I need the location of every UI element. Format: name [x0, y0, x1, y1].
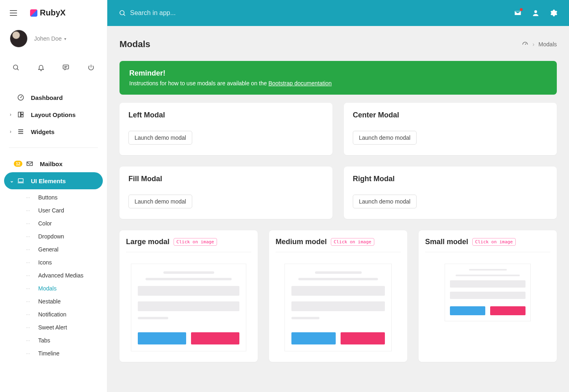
medium-modal-preview[interactable]: [284, 264, 392, 351]
envelope-icon: [26, 160, 33, 167]
topbar: [107, 0, 569, 26]
avatar[interactable]: [10, 30, 28, 48]
subnav-general[interactable]: ···General: [4, 243, 103, 256]
user-icon: [532, 9, 540, 17]
reminder-alert: Reminder! Instructions for how to use mo…: [119, 61, 557, 95]
svg-rect-5: [18, 112, 20, 117]
launch-center-modal-button[interactable]: Launch demo modal: [353, 131, 417, 145]
menu-toggle-button[interactable]: [10, 10, 17, 16]
subnav-color[interactable]: ···Color: [4, 217, 103, 230]
layout-icon: [17, 111, 24, 118]
sidebar-chat-button[interactable]: [58, 60, 74, 75]
breadcrumb-home[interactable]: [522, 41, 528, 48]
launch-left-modal-button[interactable]: Launch demo modal: [128, 131, 192, 145]
svg-point-0: [13, 65, 18, 69]
topbar-mail-button[interactable]: [514, 9, 522, 17]
power-icon: [87, 64, 95, 71]
preview-secondary-button: [191, 332, 239, 344]
sidebar-power-button[interactable]: [83, 60, 99, 75]
card-title: Center Modal: [353, 111, 548, 119]
global-search[interactable]: [119, 9, 514, 17]
subnav-dropdown[interactable]: ···Dropdown: [4, 230, 103, 243]
svg-rect-6: [21, 112, 23, 114]
card-left-modal: Left Modal Launch demo modal: [119, 103, 332, 155]
profile-menu[interactable]: Johen Doe ▾: [34, 35, 66, 42]
subnav-nestable[interactable]: ···Nestable: [4, 295, 103, 308]
dashboard-icon: [17, 94, 24, 101]
svg-line-1: [17, 69, 18, 70]
search-icon: [119, 9, 126, 17]
sidebar-search-button[interactable]: [8, 60, 24, 75]
nav-layout-options[interactable]: › Layout Options: [4, 106, 103, 123]
svg-rect-7: [21, 115, 23, 117]
chevron-right-icon: ›: [10, 112, 11, 117]
topbar-settings-button[interactable]: [549, 9, 558, 17]
nav-dashboard[interactable]: Dashboard: [4, 89, 103, 106]
topbar-user-button[interactable]: [532, 9, 540, 17]
nav-widgets-label: Widgets: [31, 128, 54, 135]
search-icon: [12, 64, 20, 71]
svg-line-13: [124, 14, 125, 15]
nav-ui-elements[interactable]: ⌄ UI Elements: [4, 172, 103, 189]
notification-dot-icon: [520, 8, 523, 11]
subnav-sweet-alert[interactable]: ···Sweet Alert: [4, 321, 103, 334]
card-title: Medium model: [276, 238, 327, 246]
breadcrumb-separator: ›: [532, 41, 534, 48]
nav-dashboard-label: Dashboard: [31, 94, 63, 101]
widgets-icon: [17, 128, 24, 135]
logo-icon: [30, 9, 37, 17]
subnav-tabs[interactable]: ···Tabs: [4, 334, 103, 347]
card-medium-modal: Medium model Click on image: [269, 230, 407, 362]
nav-mailbox[interactable]: 12 Mailbox: [4, 155, 103, 172]
small-modal-preview[interactable]: [445, 264, 531, 321]
subnav-icons[interactable]: ···Icons: [4, 256, 103, 269]
search-input[interactable]: [130, 9, 244, 17]
caret-down-icon: ▾: [64, 37, 66, 41]
alert-text: Instructions for how to use modals are a…: [129, 80, 268, 87]
card-large-modal: Large modal Click on image: [119, 230, 258, 362]
sidebar-nav: Dashboard › Layout Options › Widgets 12: [0, 89, 107, 362]
alert-doc-link[interactable]: Bootstrap documentation: [268, 80, 332, 87]
nav-layout-options-label: Layout Options: [31, 111, 76, 118]
preview-secondary-button: [341, 332, 385, 344]
breadcrumb: › Modals: [522, 41, 557, 48]
brand-logo[interactable]: RubyX: [30, 8, 65, 17]
subnav-modals[interactable]: ···Modals: [4, 282, 103, 295]
sidebar-notifications-button[interactable]: [33, 60, 49, 75]
sidebar: RubyX Johen Doe ▾: [0, 0, 107, 392]
alert-title: Reminder!: [129, 69, 547, 78]
laptop-icon: [17, 177, 24, 184]
mailbox-badge: 12: [14, 161, 22, 167]
profile-name-label: Johen Doe: [34, 35, 62, 42]
subnav-notification[interactable]: ···Notification: [4, 308, 103, 321]
click-hint-chip: Click on image: [331, 238, 374, 246]
preview-primary-button: [450, 306, 485, 315]
card-center-modal: Center Modal Launch demo modal: [344, 103, 557, 155]
preview-primary-button: [291, 332, 336, 344]
bell-icon: [37, 64, 45, 71]
nav-widgets[interactable]: › Widgets: [4, 123, 103, 140]
chat-icon: [62, 64, 69, 71]
svg-rect-11: [18, 179, 23, 182]
subnav-buttons[interactable]: ···Buttons: [4, 191, 103, 204]
ui-elements-subnav: ···Buttons ···User Card ···Color ···Drop…: [4, 189, 103, 362]
card-title: Small model: [425, 238, 468, 246]
subnav-advanced-medias[interactable]: ···Advanced Medias: [4, 269, 103, 282]
gear-icon: [549, 9, 558, 17]
card-right-modal: Right Modal Launch demo modal: [344, 167, 557, 219]
card-title: Large modal: [126, 238, 169, 246]
subnav-user-card[interactable]: ···User Card: [4, 204, 103, 217]
large-modal-preview[interactable]: [131, 264, 246, 351]
card-small-modal: Small model Click on image: [419, 230, 557, 362]
preview-secondary-button: [490, 306, 526, 315]
card-title: Fill Modal: [128, 175, 324, 183]
breadcrumb-current: Modals: [539, 41, 557, 48]
chevron-down-icon: ⌄: [10, 178, 14, 184]
launch-fill-modal-button[interactable]: Launch demo modal: [128, 195, 192, 208]
subnav-timeline[interactable]: ···Timeline: [4, 347, 103, 360]
svg-rect-2: [63, 65, 69, 69]
chevron-right-icon: ›: [10, 129, 11, 134]
card-fill-modal: Fill Modal Launch demo modal: [119, 167, 332, 219]
launch-right-modal-button[interactable]: Launch demo modal: [353, 195, 417, 208]
preview-primary-button: [138, 332, 186, 344]
